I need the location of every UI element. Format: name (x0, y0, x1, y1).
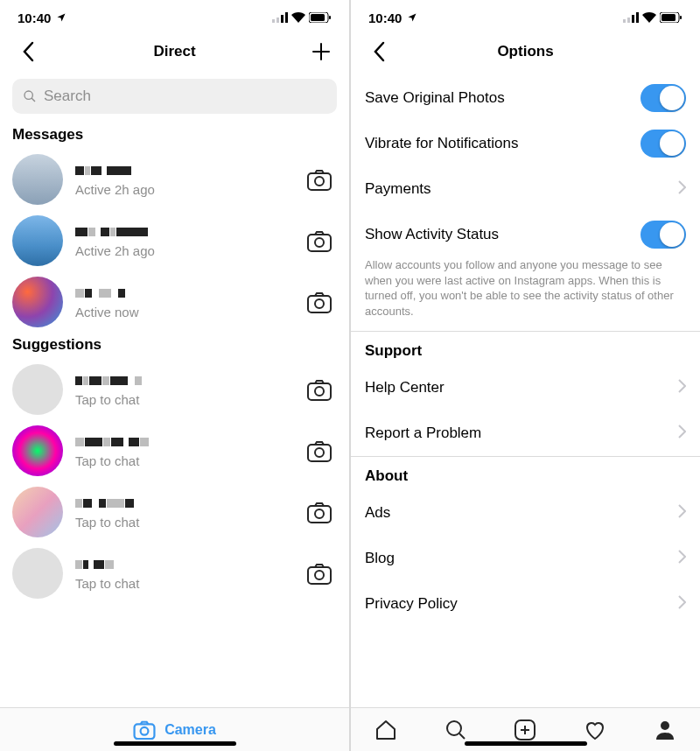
svg-rect-27 (636, 12, 639, 23)
activity-status: Active 2h ago (75, 243, 302, 258)
status-bar: 10:40 (351, 0, 700, 28)
search-icon (23, 89, 37, 103)
tap-to-chat: Tap to chat (75, 392, 302, 407)
status-time: 10:40 (18, 11, 51, 25)
suggestion-row[interactable]: Tap to chat (0, 543, 349, 604)
avatar[interactable] (12, 277, 63, 327)
chevron-right-icon (678, 504, 686, 523)
username (75, 557, 302, 572)
location-icon (56, 12, 66, 23)
camera-button[interactable] (302, 563, 337, 585)
svg-point-15 (315, 387, 324, 396)
svg-rect-3 (285, 12, 288, 23)
option-privacy-policy[interactable]: Privacy Policy (351, 581, 700, 627)
cellular-icon (623, 12, 639, 23)
location-icon (407, 12, 417, 23)
page-title: Direct (46, 43, 304, 60)
message-row[interactable]: Active now (0, 271, 349, 333)
tab-profile[interactable] (653, 718, 677, 742)
camera-button[interactable] (302, 291, 337, 313)
tab-activity[interactable] (583, 718, 607, 742)
tab-add[interactable] (513, 718, 537, 742)
back-button[interactable] (10, 34, 46, 69)
suggestion-row[interactable]: Tap to chat (0, 359, 349, 420)
battery-icon (309, 12, 332, 23)
camera-button[interactable] (302, 502, 337, 523)
toggle-activity-status[interactable] (640, 221, 686, 249)
camera-button[interactable] (302, 379, 337, 401)
svg-point-11 (315, 238, 324, 247)
svg-rect-5 (311, 14, 325, 21)
back-button[interactable] (361, 34, 396, 69)
message-row[interactable]: Active 2h ago (0, 210, 349, 271)
option-label: Help Center (365, 379, 444, 397)
nav-header: Options (351, 28, 700, 75)
chevron-right-icon (678, 180, 686, 199)
status-time: 10:40 (368, 11, 402, 25)
svg-rect-16 (308, 445, 331, 461)
home-indicator (114, 741, 236, 746)
tap-to-chat: Tap to chat (75, 515, 302, 530)
avatar[interactable] (12, 548, 63, 599)
option-label: Blog (365, 550, 395, 567)
svg-rect-8 (308, 173, 331, 190)
svg-point-17 (315, 448, 324, 457)
tap-to-chat: Tap to chat (75, 453, 302, 468)
svg-point-23 (141, 726, 149, 734)
suggestion-row[interactable]: Tap to chat (0, 420, 349, 481)
option-vibrate[interactable]: Vibrate for Notifications (351, 121, 700, 166)
toggle-save-photos[interactable] (640, 84, 686, 112)
option-report-problem[interactable]: Report a Problem (351, 411, 700, 456)
username (75, 163, 302, 179)
profile-icon (654, 719, 676, 741)
wifi-icon (642, 12, 656, 23)
option-help-center[interactable]: Help Center (351, 365, 700, 411)
avatar[interactable] (12, 487, 63, 537)
chevron-right-icon (678, 379, 686, 397)
svg-rect-12 (308, 296, 331, 312)
svg-point-21 (315, 571, 324, 579)
camera-icon (307, 169, 332, 191)
page-title: Options (396, 43, 654, 60)
tap-to-chat: Tap to chat (75, 576, 302, 591)
username (75, 285, 302, 301)
option-payments[interactable]: Payments (351, 166, 700, 212)
search-placeholder: Search (44, 88, 91, 105)
chevron-left-icon (373, 41, 385, 62)
direct-screen: 10:40 Direct Search M (0, 0, 349, 751)
chevron-right-icon (678, 425, 686, 443)
message-row[interactable]: Active 2h ago (0, 149, 349, 210)
username (75, 495, 302, 511)
avatar[interactable] (12, 425, 63, 476)
compose-button[interactable] (304, 34, 339, 69)
svg-rect-1 (276, 18, 279, 23)
camera-button[interactable] (302, 230, 337, 252)
avatar[interactable] (12, 154, 63, 205)
options-list[interactable]: Save Original Photos Vibrate for Notific… (351, 75, 700, 707)
option-label: Save Original Photos (365, 89, 505, 107)
svg-rect-20 (308, 567, 331, 584)
camera-button[interactable] (302, 440, 337, 462)
option-ads[interactable]: Ads (351, 490, 700, 536)
conversation-list[interactable]: Messages Active 2h ago Active 2h ago (0, 123, 349, 707)
avatar[interactable] (12, 215, 63, 266)
add-post-icon (514, 719, 536, 741)
home-indicator (465, 741, 587, 746)
search-input[interactable]: Search (12, 79, 337, 114)
svg-rect-25 (627, 18, 630, 23)
option-save-photos[interactable]: Save Original Photos (351, 75, 700, 121)
wifi-icon (291, 12, 305, 23)
svg-rect-29 (662, 14, 676, 21)
about-header: About (351, 457, 700, 490)
activity-status: Active now (75, 305, 302, 319)
options-screen: 10:40 Options Save Original Photos (351, 0, 700, 751)
avatar[interactable] (12, 364, 63, 415)
tab-search[interactable] (444, 718, 468, 742)
svg-rect-0 (272, 19, 275, 23)
tab-home[interactable] (374, 718, 398, 742)
toggle-vibrate[interactable] (640, 130, 686, 158)
option-activity-status[interactable]: Show Activity Status (351, 212, 700, 257)
suggestion-row[interactable]: Tap to chat (0, 481, 349, 543)
option-blog[interactable]: Blog (351, 536, 700, 581)
camera-button[interactable] (302, 169, 337, 191)
